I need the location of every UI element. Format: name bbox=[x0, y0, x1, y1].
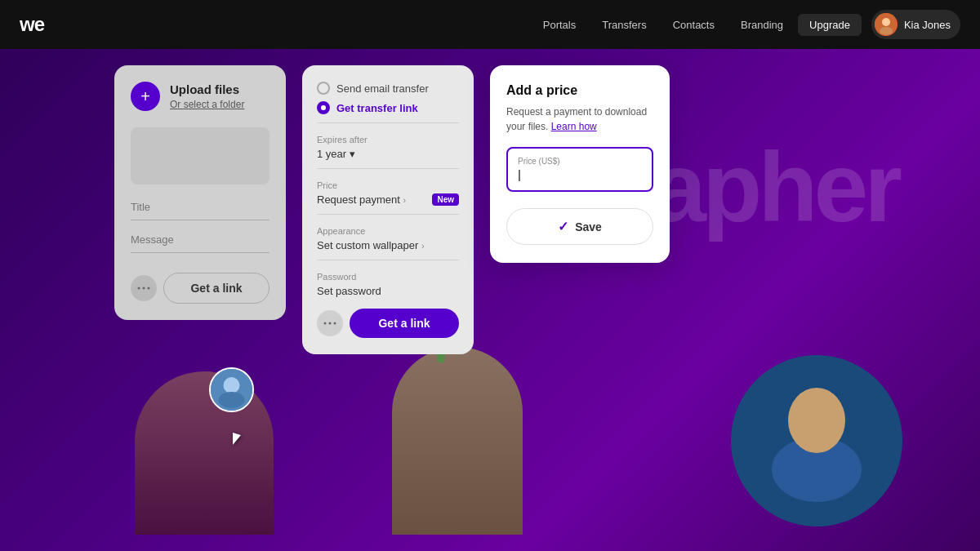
upload-card: + Upload files Or select a folder Get a … bbox=[114, 65, 286, 320]
navbar: we Portals Transfers Contacts Branding U… bbox=[0, 0, 980, 49]
nav-upgrade[interactable]: Upgrade bbox=[798, 14, 862, 36]
upload-header: + Upload files Or select a folder bbox=[131, 82, 270, 111]
svg-point-1 bbox=[882, 18, 890, 26]
svg-point-11 bbox=[148, 287, 150, 290]
link-radio[interactable] bbox=[317, 101, 330, 114]
price-input[interactable] bbox=[518, 167, 642, 181]
password-label: Password bbox=[317, 272, 459, 282]
request-payment-link[interactable]: Request payment › bbox=[317, 193, 406, 206]
divider-1 bbox=[317, 122, 459, 123]
expires-label: Expires after bbox=[317, 135, 459, 144]
message-input[interactable] bbox=[131, 227, 270, 253]
email-radio[interactable] bbox=[317, 82, 330, 95]
select-folder-link[interactable]: Or select a folder bbox=[170, 99, 244, 110]
transfer-more-button[interactable] bbox=[317, 310, 343, 336]
chevron-down-icon: ▾ bbox=[350, 148, 355, 160]
price-label: Price bbox=[317, 180, 459, 190]
email-transfer-option[interactable]: Send email transfer bbox=[317, 82, 459, 95]
user-name: Kia Jones bbox=[904, 19, 951, 31]
get-link-button-upload[interactable]: Get a link bbox=[163, 273, 270, 304]
new-badge: New bbox=[432, 193, 459, 206]
logo-text: we bbox=[20, 13, 44, 35]
password-section: Password Set password bbox=[317, 272, 459, 297]
link-transfer-option[interactable]: Get transfer link bbox=[317, 101, 459, 114]
svg-point-10 bbox=[143, 287, 145, 290]
arrow-icon: › bbox=[403, 195, 407, 205]
set-password-link[interactable]: Set password bbox=[317, 285, 459, 297]
wallpaper-arrow-icon: › bbox=[421, 241, 425, 251]
svg-point-12 bbox=[324, 322, 327, 325]
appearance-label: Appearance bbox=[317, 226, 459, 236]
upload-text: Upload files Or select a folder bbox=[170, 82, 244, 111]
appearance-section: Appearance Set custom wallpaper › bbox=[317, 226, 459, 251]
price-panel-description: Request a payment to download your files… bbox=[506, 104, 653, 134]
nav-portals[interactable]: Portals bbox=[532, 14, 587, 36]
upload-dropzone[interactable] bbox=[131, 127, 270, 184]
save-button[interactable]: ✓ Save bbox=[506, 208, 653, 245]
more-options-button[interactable] bbox=[131, 275, 157, 301]
divider-3 bbox=[317, 214, 459, 215]
divider-4 bbox=[317, 260, 459, 260]
nav-transfers[interactable]: Transfers bbox=[590, 14, 657, 36]
price-input-wrapper: Price (US$) bbox=[506, 147, 653, 192]
profile-circle bbox=[209, 367, 254, 412]
add-files-button[interactable]: + bbox=[131, 82, 160, 111]
save-label: Save bbox=[575, 220, 602, 233]
user-badge[interactable]: Kia Jones bbox=[871, 10, 960, 39]
upload-title: Upload files bbox=[170, 82, 244, 96]
transfer-card: Send email transfer Get transfer link Ex… bbox=[302, 65, 474, 354]
get-link-button-transfer[interactable]: Get a link bbox=[350, 309, 459, 338]
title-input[interactable] bbox=[131, 194, 270, 220]
svg-point-13 bbox=[329, 322, 332, 325]
nav-contacts[interactable]: Contacts bbox=[662, 14, 726, 36]
svg-point-7 bbox=[224, 377, 240, 393]
price-input-label: Price (US$) bbox=[518, 157, 642, 166]
svg-point-8 bbox=[219, 392, 245, 408]
price-section: Price Request payment › New bbox=[317, 180, 459, 206]
link-transfer-label: Get transfer link bbox=[336, 102, 418, 114]
avatar bbox=[875, 13, 898, 36]
logo: we bbox=[20, 13, 44, 36]
nav-branding[interactable]: Branding bbox=[729, 14, 795, 36]
price-value-text: Request payment bbox=[317, 193, 400, 206]
expires-text: 1 year bbox=[317, 148, 346, 160]
price-row: Request payment › New bbox=[317, 193, 459, 206]
svg-point-2 bbox=[880, 27, 893, 35]
expires-section: Expires after 1 year ▾ bbox=[317, 135, 459, 160]
price-panel: Add a price Request a payment to downloa… bbox=[490, 65, 670, 263]
nav-links: Portals Transfers Contacts Branding Upgr… bbox=[532, 10, 960, 39]
check-icon: ✓ bbox=[558, 219, 568, 234]
expires-value[interactable]: 1 year ▾ bbox=[317, 148, 459, 160]
learn-how-link[interactable]: Learn how bbox=[551, 121, 597, 132]
price-panel-title: Add a price bbox=[506, 83, 653, 98]
svg-point-9 bbox=[138, 287, 140, 290]
svg-point-14 bbox=[334, 322, 336, 325]
email-transfer-label: Send email transfer bbox=[336, 82, 429, 95]
divider-2 bbox=[317, 168, 459, 169]
upload-footer: Get a link bbox=[131, 273, 270, 304]
cards-area: + Upload files Or select a folder Get a … bbox=[114, 65, 866, 535]
appearance-value-text: Set custom wallpaper bbox=[317, 239, 418, 251]
transfer-footer: Get a link bbox=[317, 309, 459, 338]
wallpaper-link[interactable]: Set custom wallpaper › bbox=[317, 239, 459, 251]
